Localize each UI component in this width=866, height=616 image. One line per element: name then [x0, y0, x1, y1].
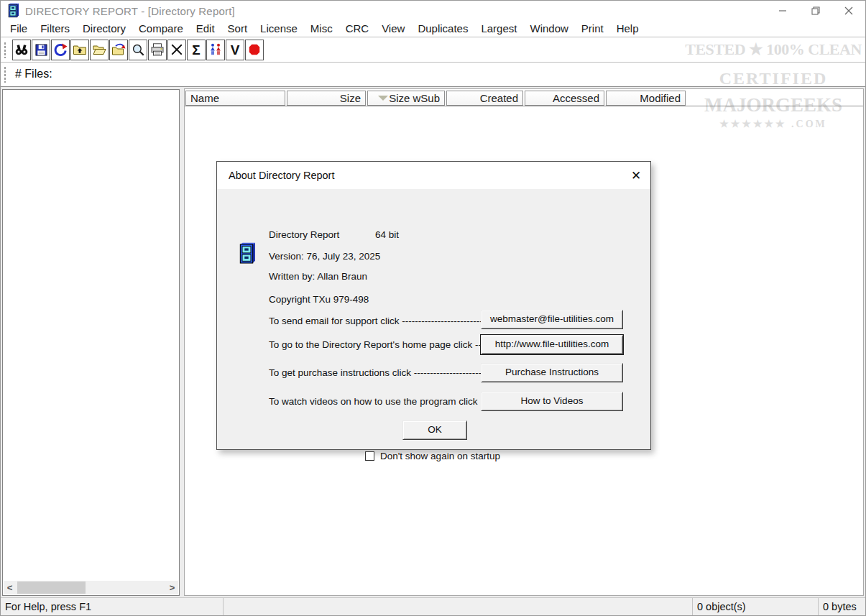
home-page-button[interactable]: http://www.file-utilities.com: [481, 335, 623, 354]
restore-button[interactable]: [799, 1, 832, 21]
about-bitness: 64 bit: [375, 229, 399, 240]
check-v-icon: V: [231, 43, 240, 57]
status-middle-pane: [224, 598, 693, 615]
about-close-button[interactable]: ✕: [622, 162, 650, 189]
menu-license[interactable]: License: [254, 21, 304, 37]
purchase-instructions-button[interactable]: Purchase Instructions: [481, 363, 623, 382]
scrollbar-thumb[interactable]: [17, 581, 86, 594]
folder-up-icon: [73, 42, 87, 57]
window-title: DIRECTORY REPORT - [Directory Report]: [25, 5, 235, 17]
delete-x-icon: [170, 43, 183, 56]
startup-checkbox-row: Don't show again on startup: [365, 451, 500, 461]
menu-window[interactable]: Window: [523, 21, 574, 37]
duplicates-button[interactable]: [206, 40, 225, 60]
refresh-button[interactable]: [51, 40, 70, 60]
menu-edit[interactable]: Edit: [190, 21, 221, 37]
zoom-button[interactable]: [129, 40, 147, 60]
about-dialog-body: Directory Report 64 bit Version: 76, Jul…: [217, 189, 650, 451]
column-header-modified[interactable]: Modified: [606, 91, 686, 106]
status-object-count: 0 object(s): [693, 598, 819, 615]
menu-misc[interactable]: Misc: [304, 21, 339, 37]
menu-bar: File Filters Directory Compare Edit Sort…: [1, 21, 865, 37]
column-header-name[interactable]: Name: [185, 91, 285, 106]
about-cabinet-icon: [237, 241, 256, 269]
menu-crc[interactable]: CRC: [339, 21, 376, 37]
filesbar-grip[interactable]: [2, 65, 9, 83]
stop-record-icon: [248, 43, 261, 56]
status-help-text: For Help, press F1: [1, 598, 224, 615]
about-dialog: About Directory Report ✕ Directory Repor…: [216, 161, 651, 450]
folder-go-icon: [111, 42, 126, 57]
column-header-accessed[interactable]: Accessed: [525, 91, 604, 106]
stop-button[interactable]: [245, 40, 264, 60]
files-count-bar: # Files:: [1, 63, 865, 86]
toolbar: Σ V: [1, 37, 865, 63]
about-app-name: Directory Report: [269, 229, 339, 240]
menu-sort[interactable]: Sort: [221, 21, 254, 37]
close-button[interactable]: [832, 1, 865, 21]
videos-label: To watch videos on how to use the progra…: [269, 396, 477, 407]
menu-largest[interactable]: Largest: [474, 21, 523, 37]
about-copyright: Copyright TXu 979-498: [269, 294, 369, 305]
purchase-label: To get purchase instructions click -----…: [269, 367, 491, 378]
sort-descending-icon: [378, 96, 388, 101]
directory-tree-panel[interactable]: < >: [2, 89, 180, 596]
dont-show-label: Don't show again on startup: [380, 451, 500, 461]
app-cabinet-icon: [6, 3, 19, 19]
title-bar: DIRECTORY REPORT - [Directory Report]: [1, 1, 865, 21]
about-version: Version: 76, July 23, 2025: [269, 251, 380, 262]
menu-help[interactable]: Help: [610, 21, 645, 37]
toolbar-grip[interactable]: [2, 41, 9, 58]
refresh-icon: [53, 42, 68, 57]
scroll-right-icon[interactable]: >: [166, 581, 178, 594]
list-header-row: Name Size Size wSub Created Accessed Mod…: [185, 89, 863, 106]
scrollbar-track[interactable]: [16, 581, 166, 594]
status-bar: For Help, press F1 0 object(s) 0 bytes: [1, 597, 865, 615]
tree-horizontal-scrollbar[interactable]: < >: [4, 581, 178, 594]
column-header-created[interactable]: Created: [446, 91, 523, 106]
folder-open-icon: [92, 42, 106, 57]
how-to-videos-button[interactable]: How to Videos: [481, 392, 623, 411]
home-page-label: To go to the Directory Report's home pag…: [269, 339, 487, 350]
sum-button[interactable]: Σ: [187, 40, 206, 60]
verify-button[interactable]: V: [226, 40, 244, 60]
status-byte-count: 0 bytes: [819, 598, 865, 615]
support-email-button[interactable]: webmaster@file-utilities.com: [481, 310, 623, 329]
folder-go-button[interactable]: [109, 40, 128, 60]
print-icon: [150, 42, 165, 57]
about-dialog-titlebar: About Directory Report ✕: [217, 162, 650, 189]
ok-button[interactable]: OK: [402, 420, 467, 440]
dont-show-checkbox[interactable]: [365, 451, 374, 461]
folder-up-button[interactable]: [70, 40, 89, 60]
menu-print[interactable]: Print: [575, 21, 610, 37]
print-button[interactable]: [148, 40, 167, 60]
menu-compare[interactable]: Compare: [132, 21, 190, 37]
delete-button[interactable]: [167, 40, 186, 60]
menu-filters[interactable]: Filters: [34, 21, 76, 37]
save-button[interactable]: [32, 40, 50, 60]
support-email-label: To send email for support click --------…: [269, 316, 492, 326]
minimize-button[interactable]: [766, 1, 799, 21]
magnifier-icon: [132, 43, 145, 57]
menu-view[interactable]: View: [375, 21, 411, 37]
save-floppy-icon: [34, 43, 48, 57]
about-author: Written by: Allan Braun: [269, 271, 367, 282]
menu-duplicates[interactable]: Duplicates: [411, 21, 474, 37]
find-button[interactable]: [12, 40, 31, 60]
menu-directory[interactable]: Directory: [76, 21, 132, 37]
files-count-label: # Files:: [15, 68, 52, 81]
menu-file[interactable]: File: [4, 21, 34, 37]
duplicates-people-icon: [208, 42, 223, 57]
about-dialog-title: About Directory Report: [229, 170, 334, 181]
find-binoculars-icon: [14, 42, 29, 57]
scroll-left-icon[interactable]: <: [4, 581, 16, 594]
folder-open-button[interactable]: [90, 40, 109, 60]
column-header-size-wsub[interactable]: Size wSub: [367, 91, 445, 106]
column-header-size[interactable]: Size: [287, 91, 366, 106]
sum-sigma-icon: Σ: [192, 43, 200, 57]
